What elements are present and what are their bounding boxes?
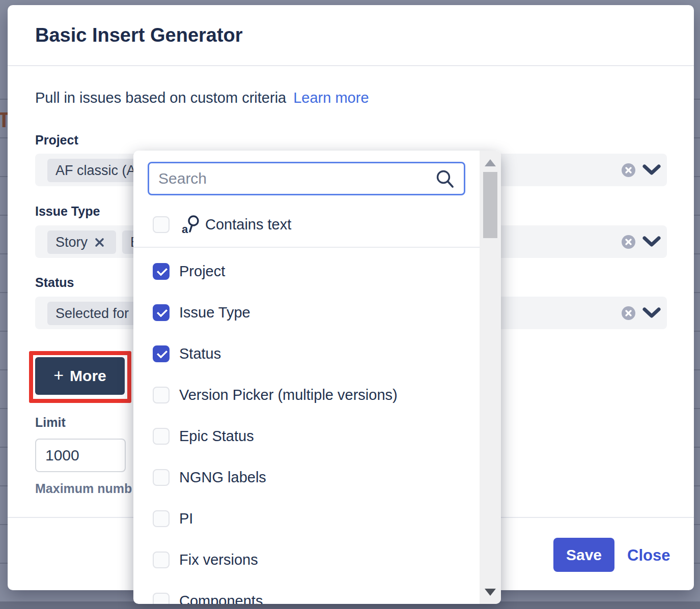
clear-icon[interactable]	[622, 306, 635, 320]
dropdown-item-issue-type[interactable]: Issue Type	[133, 292, 480, 333]
chip-label: Story	[55, 235, 88, 250]
project-field-label: Project	[35, 133, 78, 148]
dropdown-item-epic-status[interactable]: Epic Status	[133, 416, 480, 456]
dropdown-item-pi[interactable]: PI	[133, 498, 480, 539]
dropdown-item-label: Issue Type	[179, 304, 250, 321]
dropdown-item-contains-text[interactable]: a Contains text	[133, 204, 480, 245]
search-input[interactable]	[148, 162, 465, 195]
checkbox[interactable]	[153, 469, 170, 486]
dropdown-item-label: Version Picker (multiple versions)	[179, 387, 398, 403]
limit-field-label: Limit	[35, 415, 66, 430]
chip-label: Selected for D	[55, 306, 143, 322]
scrollbar-up-arrow-icon[interactable]	[485, 159, 496, 166]
scrollbar-thumb[interactable]	[483, 172, 497, 238]
clear-icon[interactable]	[622, 235, 635, 249]
close-button[interactable]: Close	[627, 546, 670, 565]
screen: T Basic Insert Generator Pull in issues …	[0, 0, 700, 609]
dropdown-item-label: Project	[179, 263, 225, 280]
more-button[interactable]: + More	[35, 357, 125, 395]
dropdown-item-fix-versions[interactable]: Fix versions	[133, 539, 480, 580]
field-picker-dropdown: a Contains text Project Issue Type Statu…	[133, 151, 501, 604]
limit-helper-text: Maximum numb	[35, 481, 132, 496]
checkbox[interactable]	[153, 552, 170, 568]
dropdown-item-label: Contains text	[205, 216, 291, 233]
dropdown-item-version-picker[interactable]: Version Picker (multiple versions)	[133, 374, 480, 415]
dropdown-item-project[interactable]: Project	[133, 251, 480, 292]
checkbox[interactable]	[153, 510, 170, 527]
checkbox[interactable]	[153, 593, 170, 604]
description-text: Pull in issues based on custom criteria	[35, 90, 286, 106]
text-search-icon: a	[181, 214, 201, 235]
issue-type-chip-story: Story	[47, 230, 116, 254]
limit-input[interactable]	[35, 439, 126, 472]
more-button-label: More	[70, 367, 106, 385]
chip-label: AF classic (AC	[55, 163, 146, 179]
dropdown-item-components[interactable]: Components	[133, 581, 480, 604]
clear-icon[interactable]	[622, 163, 635, 177]
chevron-down-icon[interactable]	[640, 234, 663, 249]
checkbox[interactable]	[153, 428, 170, 445]
dropdown-item-label: Fix versions	[179, 552, 258, 568]
checkbox[interactable]	[153, 304, 170, 321]
dropdown-item-label: Components	[179, 593, 263, 604]
dropdown-item-label: Epic Status	[179, 428, 254, 445]
header-divider	[8, 65, 694, 66]
checkbox[interactable]	[153, 216, 170, 233]
save-button[interactable]: Save	[553, 538, 614, 572]
learn-more-link[interactable]: Learn more	[293, 90, 369, 106]
chevron-down-icon[interactable]	[640, 162, 663, 178]
chevron-down-icon[interactable]	[640, 305, 663, 321]
checkbox[interactable]	[153, 345, 170, 362]
dropdown-divider	[133, 247, 480, 248]
dropdown-item-label: Status	[179, 345, 221, 362]
modal-description: Pull in issues based on custom criteriaL…	[35, 90, 369, 106]
dropdown-item-ngng-labels[interactable]: NGNG labels	[133, 457, 480, 498]
status-field-label: Status	[35, 275, 74, 290]
checkbox[interactable]	[153, 387, 170, 403]
dropdown-item-label: NGNG labels	[179, 469, 266, 486]
svg-text:a: a	[182, 223, 188, 235]
checkbox[interactable]	[153, 263, 170, 280]
remove-chip-icon[interactable]	[95, 238, 104, 247]
dropdown-scrollbar[interactable]	[480, 151, 501, 604]
scrollbar-down-arrow-icon[interactable]	[485, 589, 496, 596]
dropdown-item-status[interactable]: Status	[133, 333, 480, 374]
issue-type-field-label: Issue Type	[35, 204, 100, 219]
dropdown-item-label: PI	[179, 510, 193, 527]
modal-title: Basic Insert Generator	[35, 24, 243, 46]
plus-icon: +	[53, 366, 64, 384]
